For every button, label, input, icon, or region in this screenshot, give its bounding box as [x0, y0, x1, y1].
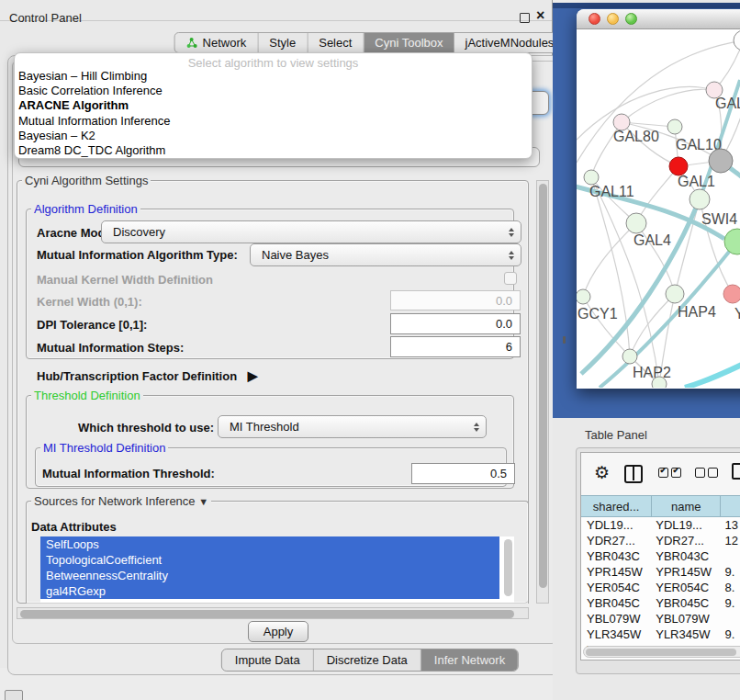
network-node[interactable] [622, 349, 637, 364]
table-hscrollbar-thumb[interactable] [586, 649, 736, 656]
table-cell[interactable]: YBR045C [581, 595, 652, 611]
tab-infer-network[interactable]: Infer Network [421, 649, 518, 671]
table-cell[interactable]: YLR345W [581, 627, 652, 642]
table-row[interactable]: YBR045CYBR045C9. [581, 595, 740, 611]
algorithm-option[interactable]: Bayesian – K2 [15, 129, 532, 143]
table-row[interactable]: YDR27...YDR27...12 [581, 533, 740, 548]
close-traffic-light-icon[interactable] [589, 13, 600, 25]
tab-impute-data[interactable]: Impute Data [222, 649, 314, 671]
network-view-window[interactable]: GALGAL80GAL10GAL1GAL11SWI4GAL4GCY1HAP4YH… [577, 9, 740, 389]
tab-cyni-toolbox[interactable]: Cyni Toolbox [364, 33, 454, 52]
settings-hscrollbar[interactable] [17, 607, 529, 619]
table-row[interactable]: YER054CYER054C8. [581, 580, 740, 595]
table-hscrollbar[interactable] [583, 646, 740, 658]
network-node[interactable] [577, 289, 590, 304]
table-cell[interactable]: YPR145W [581, 564, 652, 580]
network-node[interactable] [723, 285, 740, 303]
attribute-list-item[interactable]: TopologicalCoefficient [40, 552, 499, 568]
table-row[interactable]: YBR043CYBR043C [581, 548, 740, 564]
data-attributes-list[interactable]: SelfLoopsTopologicalCoefficientBetweenne… [40, 536, 514, 603]
algorithm-option[interactable]: Mutual Information Inference [15, 114, 532, 129]
table-row[interactable]: YPR145WYPR145W9. [581, 564, 740, 580]
show-columns-icon[interactable] [624, 465, 643, 483]
table-cell[interactable]: YBR043C [581, 548, 652, 564]
expand-right-icon[interactable]: ▶ [248, 368, 258, 383]
table-row[interactable]: YBL079WYBL079W [581, 611, 740, 627]
table-cell[interactable]: YBR045C [652, 595, 721, 611]
tab-select[interactable]: Select [308, 33, 364, 52]
network-node[interactable] [584, 170, 599, 185]
table-cell[interactable]: YER054C [652, 580, 721, 595]
table-cell[interactable]: YDR27... [581, 533, 652, 548]
new-table-icon[interactable] [732, 463, 740, 480]
manual-kernel-checkbox[interactable] [504, 272, 517, 285]
zoom-traffic-light-icon[interactable] [625, 13, 637, 25]
table-cell[interactable]: 9. [721, 627, 740, 642]
deselect-all-checkbox-icon[interactable] [695, 468, 705, 478]
table-cell[interactable]: YLR345W [652, 627, 721, 642]
settings-vscrollbar[interactable] [536, 180, 549, 604]
table-cell[interactable] [721, 611, 740, 627]
table-cell[interactable]: YDL19... [652, 517, 721, 533]
algorithm-option[interactable]: Basic Correlation Inference [15, 84, 532, 98]
network-node[interactable] [724, 229, 740, 254]
column-header-shared-name[interactable]: shared... [581, 495, 652, 517]
hscrollbar-thumb[interactable] [20, 610, 514, 618]
attributes-scrollbar-thumb[interactable] [504, 539, 512, 596]
table-cell[interactable]: 9. [721, 595, 740, 611]
column-header-partial[interactable] [721, 495, 740, 517]
aracne-mode-select[interactable]: Discovery [101, 220, 521, 243]
select-all-checkbox-icon[interactable] [671, 468, 681, 478]
network-window-titlebar[interactable] [577, 9, 740, 29]
mi-threshold-input[interactable] [411, 463, 515, 484]
algorithm-option[interactable]: Dream8 DC_TDC Algorithm [15, 143, 532, 158]
table-cell[interactable]: YBR043C [652, 548, 721, 564]
network-node[interactable] [626, 213, 646, 233]
attribute-list-item[interactable]: BetweennessCentrality [40, 568, 499, 583]
network-node[interactable] [690, 189, 710, 209]
column-header-name[interactable]: name [652, 495, 721, 517]
mi-type-select[interactable]: Naive Bayes [250, 243, 521, 266]
algorithm-option[interactable]: ARACNE Algorithm [15, 98, 532, 113]
network-node[interactable] [666, 285, 684, 303]
network-node[interactable] [652, 377, 667, 388]
apply-button[interactable]: Apply [248, 621, 308, 642]
dpi-tolerance-input[interactable] [390, 313, 521, 334]
vscrollbar-thumb[interactable] [539, 184, 547, 588]
table-row[interactable]: YLR345WYLR345W9. [581, 627, 740, 642]
tab-network[interactable]: Network [175, 33, 259, 52]
table-cell[interactable] [721, 548, 740, 564]
table-cell[interactable]: 12 [721, 533, 740, 548]
sources-group-title[interactable]: Sources for Network Inference ▼ [31, 494, 211, 508]
table-row[interactable]: YDL19...YDL19...13 [581, 517, 740, 533]
table-cell[interactable]: YER054C [581, 580, 652, 595]
mi-steps-input[interactable] [390, 336, 521, 357]
deselect-all-checkbox-icon[interactable] [708, 468, 718, 478]
network-node[interactable] [667, 119, 682, 134]
minimize-traffic-light-icon[interactable] [607, 13, 619, 25]
which-threshold-select[interactable]: MI Threshold [218, 415, 487, 438]
tab-jactivemnodules[interactable]: jActiveMNodules [454, 33, 566, 52]
table-cell[interactable]: YBL079W [652, 611, 721, 627]
split-pane-grip[interactable] [563, 336, 566, 344]
collapsed-corner-button[interactable] [5, 690, 23, 700]
close-icon[interactable]: × [536, 7, 544, 24]
network-canvas[interactable]: GALGAL80GAL10GAL1GAL11SWI4GAL4GCY1HAP4YH… [577, 29, 740, 388]
network-node[interactable] [734, 30, 740, 51]
collapse-down-icon[interactable]: ▼ [198, 496, 208, 507]
hub-definition-expander[interactable]: Hub/Transcription Factor Definition ▶ [37, 368, 258, 383]
attribute-list-item[interactable]: gal4RGexp [40, 583, 499, 599]
tab-style[interactable]: Style [258, 33, 308, 52]
table-cell[interactable]: 8. [721, 580, 740, 595]
gear-icon[interactable]: ⚙ [594, 462, 610, 483]
network-node[interactable] [669, 157, 688, 175]
float-window-icon[interactable] [520, 13, 530, 23]
tab-discretize-data[interactable]: Discretize Data [314, 649, 421, 671]
table-cell[interactable]: YDR27... [652, 533, 721, 548]
table-cell[interactable]: YPR145W [652, 564, 721, 580]
network-node[interactable] [709, 149, 733, 173]
table-cell[interactable]: 9. [721, 564, 740, 580]
table-cell[interactable]: YBL079W [581, 611, 652, 627]
select-all-checkbox-icon[interactable] [658, 468, 668, 478]
attribute-list-item[interactable]: SelfLoops [40, 536, 499, 552]
